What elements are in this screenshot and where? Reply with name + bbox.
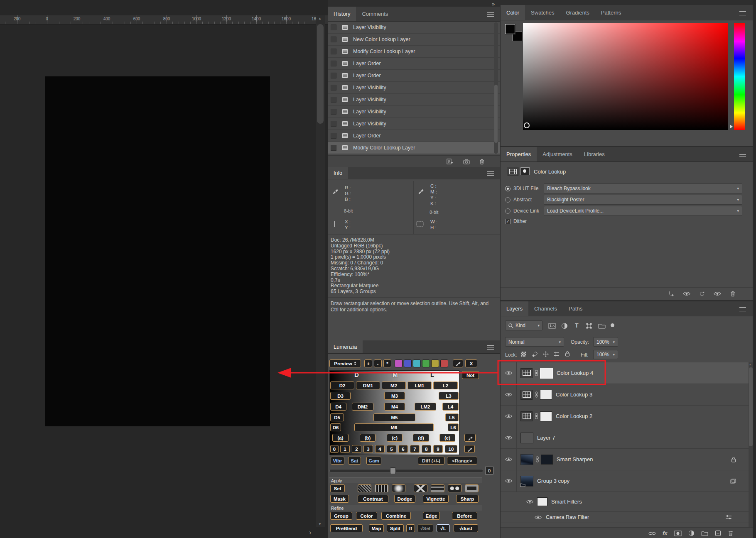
lumenzia-color-button[interactable]: Color (356, 512, 377, 520)
lumenzia-dodge-button[interactable]: Dodge (394, 495, 415, 503)
layer-mask-thumbnail[interactable] (540, 390, 552, 400)
spin-down-icon[interactable] (354, 364, 356, 365)
tab-lumenzia[interactable]: Lumenzia (328, 340, 363, 353)
reset-adjustment-icon[interactable] (699, 291, 705, 297)
history-item[interactable]: Layer Visibility (328, 118, 500, 130)
layers-scrollbar-thumb[interactable] (749, 367, 753, 446)
apply-texture-1-button[interactable] (358, 484, 371, 492)
lumenzia-not-button[interactable]: Not (462, 371, 479, 379)
document-canvas[interactable] (45, 76, 270, 426)
tab-layers[interactable]: Layers (501, 301, 528, 316)
opacity-field[interactable]: 100%▾ (593, 337, 618, 347)
lumenzia-opacity-slider[interactable] (329, 469, 483, 472)
scroll-down-icon[interactable]: ▼ (318, 522, 322, 526)
filter-name[interactable]: Camera Raw Filter (546, 514, 589, 520)
lumenzia-d5-button[interactable]: D5 (330, 413, 344, 421)
lumenzia-d3-button[interactable]: D3 (330, 392, 351, 400)
lumenzia-lm1-button[interactable]: LM1 (407, 381, 432, 389)
info-panel-menu-icon[interactable] (487, 171, 494, 176)
lumenzia-diff-button[interactable]: Diff (+/-) (418, 457, 444, 465)
lumenzia-dm2-button[interactable]: DM2 (352, 403, 373, 411)
tab-swatches[interactable]: Swatches (525, 5, 560, 20)
lumenzia-minus-button[interactable]: - (374, 359, 382, 367)
tab-info[interactable]: Info (328, 167, 348, 179)
lumenzia-d6-button[interactable]: D6 (330, 423, 341, 431)
lumenzia-before-button[interactable]: Before (452, 512, 477, 520)
add-layer-mask-icon[interactable] (674, 531, 682, 536)
visibility-toggle[interactable] (501, 362, 516, 384)
lumenzia-dm1-button[interactable]: DM1 (356, 381, 380, 389)
lumenzia-range-button[interactable]: <Range> (447, 457, 477, 465)
history-brush-source-checkbox[interactable] (331, 73, 336, 78)
history-panel-menu-icon[interactable] (487, 12, 494, 17)
new-group-folder-icon[interactable] (701, 531, 708, 536)
layer-row-smart-filters[interactable]: Smart Filters (501, 492, 749, 512)
lumenzia-saturation-button[interactable]: Sat (348, 457, 361, 465)
adjustment-thumbnail[interactable] (520, 411, 533, 421)
layer-row-smart-sharpen[interactable]: Smart Sharpen (501, 449, 749, 470)
lumenzia-m3-button[interactable]: M3 (384, 392, 405, 400)
new-snapshot-camera-icon[interactable] (463, 159, 470, 164)
smart-filters-thumbnail[interactable] (537, 497, 547, 506)
history-item[interactable]: Layer Visibility (328, 106, 500, 118)
history-brush-source-checkbox[interactable] (331, 97, 336, 103)
history-item[interactable]: Layer Order (328, 58, 500, 70)
lumenzia-sel-check-button[interactable]: √Sel (417, 524, 433, 532)
layer-mask-thumbnail[interactable] (540, 411, 552, 421)
new-layer-icon[interactable] (715, 530, 721, 536)
lumenzia-preblend-button[interactable]: PreBlend (330, 524, 363, 532)
apply-texture-3-button[interactable] (392, 484, 405, 492)
lumenzia-dust-check-button[interactable]: √dust (454, 524, 478, 532)
lumenzia-8-button[interactable]: 8 (422, 445, 431, 453)
link-layers-icon[interactable] (648, 531, 656, 536)
lumenzia-sel-button[interactable]: Sel (330, 484, 345, 492)
filter-pixel-layers-icon[interactable] (548, 323, 556, 329)
filter-shape-layers-icon[interactable] (586, 323, 592, 329)
history-item[interactable]: Layer Visibility (328, 22, 500, 34)
lumenzia-m4-button[interactable]: M4 (384, 403, 405, 411)
saturation-brightness-field[interactable] (523, 23, 728, 130)
lumenzia-plus-button[interactable]: + (364, 359, 372, 367)
lumenzia-split-button[interactable]: Split (387, 524, 404, 532)
lumenzia-10-button[interactable]: 10 (445, 445, 457, 453)
lumenzia-m6-button[interactable]: M6 (354, 423, 434, 431)
history-item[interactable]: Layer Order (328, 70, 500, 82)
history-scrollbar-thumb[interactable] (494, 85, 498, 143)
fill-field[interactable]: 100%▾ (593, 350, 618, 359)
lumenzia-letters-eyedropper-button[interactable] (464, 434, 476, 442)
canvas-area[interactable]: 200 0 200 400 600 800 1000 1200 1400 160… (0, 0, 328, 538)
history-item[interactable]: Layer Visibility (328, 82, 500, 94)
lumenzia-preview-button[interactable]: Preview (329, 359, 361, 367)
layer-row-group-3-copy[interactable]: Group 3 copy (501, 470, 749, 492)
scrollbar-thumb[interactable] (317, 24, 324, 124)
filter-blending-options-icon[interactable] (725, 515, 732, 520)
layer-name[interactable]: Color Lookup 4 (557, 370, 593, 376)
tab-color[interactable]: Color (501, 5, 525, 20)
lumenzia-lm2-button[interactable]: LM2 (415, 403, 436, 411)
collapse-panels-icon[interactable]: » (492, 1, 495, 7)
lumenzia-d4-button[interactable]: D4 (330, 403, 346, 411)
adjustment-thumbnail[interactable] (520, 368, 533, 378)
lut-3dlut-radio[interactable] (505, 186, 511, 191)
lut-devicelink-select[interactable]: Load DeviceLink Profile...▾ (544, 206, 742, 216)
lumenzia-a-button[interactable]: (a) (332, 434, 349, 442)
layer-thumbnail[interactable] (520, 454, 533, 465)
canvas-vertical-scrollbar[interactable]: ▲ ▼ (316, 15, 325, 527)
lumenzia-close-button[interactable]: X (465, 359, 477, 367)
lock-position-move-icon[interactable] (543, 351, 549, 357)
lock-all-icon[interactable] (565, 351, 570, 357)
lumenzia-edge-button[interactable]: Edge (423, 512, 440, 520)
dither-checkbox[interactable]: ✓ (505, 219, 511, 224)
lumenzia-l6-button[interactable]: L6 (448, 423, 459, 431)
layer-row-layer-7[interactable]: Layer 7 (501, 427, 749, 449)
eye-icon[interactable] (526, 499, 533, 504)
layers-scrollbar[interactable]: ▴ (749, 362, 753, 527)
lumenzia-d2-button[interactable]: D2 (330, 381, 354, 389)
color-field-cursor[interactable] (524, 122, 530, 128)
lumenzia-contrast-button[interactable]: Contrast (358, 495, 388, 503)
lumenzia-l-check-button[interactable]: √L (437, 524, 450, 532)
lumenzia-0-button[interactable]: 0 (330, 445, 339, 453)
lut-devicelink-radio[interactable] (505, 208, 511, 214)
layer-name[interactable]: Color Lookup 2 (556, 413, 592, 419)
layer-filter-kind-select[interactable]: Kind▾ (505, 320, 542, 330)
